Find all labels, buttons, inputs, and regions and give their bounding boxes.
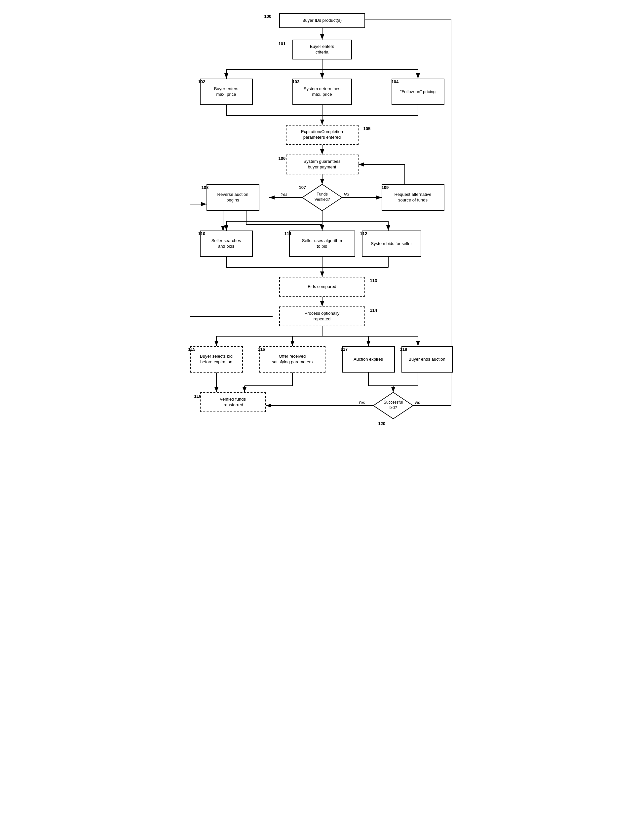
yes-label-120: Yes [358, 400, 365, 405]
node-104: "Follow-on" pricing [392, 79, 444, 105]
diamond-120: Successful bid? [374, 392, 413, 419]
label-116: 116 [258, 347, 265, 352]
label-117: 117 [341, 347, 348, 352]
no-label-107: No [344, 192, 349, 197]
label-109: 109 [381, 185, 389, 190]
node-101: Buyer enterscriteria [292, 40, 352, 59]
label-114: 114 [370, 308, 377, 313]
label-118: 118 [400, 347, 407, 352]
label-120: 120 [378, 421, 386, 426]
label-100: 100 [264, 14, 272, 19]
no-label-120: No [415, 400, 420, 405]
node-109: Request alternativesource of funds [381, 184, 444, 211]
svg-text:Verified?: Verified? [314, 197, 330, 202]
label-107: 107 [299, 185, 306, 190]
label-103: 103 [292, 79, 300, 84]
node-118: Buyer ends auction [402, 346, 453, 373]
label-106: 106 [278, 156, 286, 161]
node-108: Reverse auctionbegins [206, 184, 259, 211]
svg-text:Funds: Funds [317, 192, 327, 197]
yes-label-107: Yes [281, 192, 288, 197]
label-119: 119 [194, 394, 202, 399]
node-117: Auction expires [342, 346, 395, 373]
node-105: Expiration/Completionparameters entered [286, 125, 358, 145]
label-105: 105 [363, 126, 371, 131]
flowchart: Buyer IDs product(s) 100 Buyer enterscri… [180, 6, 464, 733]
label-110: 110 [198, 231, 206, 236]
label-104: 104 [392, 79, 399, 84]
node-111: Seller uses algorithmto bid [289, 231, 355, 257]
label-113: 113 [370, 278, 377, 283]
node-110: Seller searchesand bids [200, 231, 253, 257]
node-115: Buyer selects bidbefore expiration [190, 346, 243, 373]
node-116: Offer receivedsatisfying parameters [259, 346, 325, 373]
label-112: 112 [360, 231, 367, 236]
node-106: System guaranteesbuyer payment [286, 154, 358, 175]
node-100: Buyer IDs product(s) [279, 13, 365, 28]
diamond-107: Funds Verified? [302, 184, 342, 211]
svg-text:Successful: Successful [383, 400, 402, 404]
label-102: 102 [198, 79, 206, 84]
svg-text:bid?: bid? [389, 405, 397, 410]
node-102: Buyer entersmax. price [200, 79, 253, 105]
node-114: Process optionallyrepeated [279, 306, 365, 326]
node-112: System bids for seller [362, 231, 421, 257]
label-111: 111 [284, 231, 292, 236]
node-113: Bids compared [279, 277, 365, 296]
label-115: 115 [188, 347, 195, 352]
node-119: Verified fundstransferred [200, 392, 266, 412]
label-101: 101 [278, 41, 286, 46]
label-108: 108 [202, 185, 209, 190]
node-103: System determinesmax. price [292, 79, 352, 105]
